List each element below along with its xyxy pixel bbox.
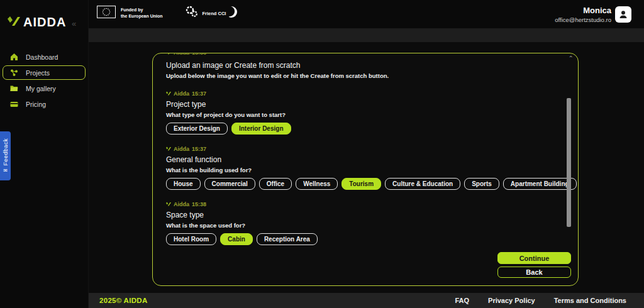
message-time: 15:36 — [192, 53, 206, 56]
sender-name: Aidda — [174, 146, 189, 152]
chat-scroll-area[interactable]: Aidda 15:36 Upload an image or Create fr… — [153, 53, 578, 285]
back-button[interactable]: Back — [497, 267, 571, 278]
eu-funding-logo: Funded by the European Union — [97, 6, 163, 21]
message-question: What is the space used for? — [166, 222, 553, 229]
aidda-mini-icon — [166, 53, 171, 56]
message-time: 15:38 — [192, 201, 206, 207]
brand-name: AIDDA — [23, 15, 66, 30]
aidda-mini-icon — [166, 91, 171, 97]
sidebar-collapse-icon[interactable]: « — [72, 19, 76, 28]
gears-icon — [184, 4, 199, 22]
chat-message-header: Aidda 15:38 — [166, 201, 553, 207]
option-chip-row: HouseCommercialOfficeWellnessTourismCult… — [166, 178, 553, 190]
scroll-up-icon[interactable]: ⌃ — [569, 55, 574, 62]
partner-logos: Funded by the European Union Friend CCI — [97, 4, 238, 22]
option-chip[interactable]: Cabin — [220, 233, 253, 245]
envelope-icon: ✉ — [3, 168, 8, 173]
crescent-icon — [229, 4, 238, 22]
option-chip[interactable]: Interior Design — [231, 123, 291, 135]
chat-message-header: Aidda 15:37 — [166, 146, 553, 152]
top-header: Funded by the European Union Friend CCI — [89, 0, 644, 28]
sidebar-item-my-gallery[interactable]: My gallery — [3, 81, 86, 96]
aidda-logo-icon — [8, 16, 20, 29]
brand-logo[interactable]: AIDDA — [8, 15, 66, 30]
home-icon — [9, 53, 18, 62]
sidebar-item-label: My gallery — [26, 85, 56, 92]
app-root: AIDDA « Dashboard — [0, 0, 644, 308]
folder-icon — [9, 84, 18, 93]
friend-cci-label: Friend CCI — [203, 11, 226, 16]
sender-name: Aidda — [174, 53, 189, 56]
user-info[interactable]: Monica office@hertzstudio.ro — [555, 6, 611, 23]
continue-button[interactable]: Continue — [497, 252, 571, 264]
message-question: What is the building used for? — [166, 167, 553, 173]
option-chip[interactable]: Culture & Education — [385, 178, 460, 190]
footer-link[interactable]: FAQ — [455, 297, 469, 304]
aidda-mini-icon — [166, 201, 171, 207]
chat-message-general-function: Aidda 15:37 General function What is the… — [166, 146, 553, 190]
user-avatar[interactable] — [615, 6, 631, 23]
sender-name: Aidda — [174, 91, 189, 97]
aidda-mini-icon — [166, 146, 171, 152]
option-chip[interactable]: Exterior Design — [166, 123, 228, 135]
chat-message-project-type: Aidda 15:37 Project type What type of pr… — [166, 91, 553, 135]
chat-message-header-clipped: Aidda 15:36 — [166, 53, 553, 56]
chat-message-header: Aidda 15:37 — [166, 91, 553, 97]
nodes-icon — [9, 69, 18, 77]
user-email: office@hertzstudio.ro — [555, 16, 611, 23]
message-title: Project type — [166, 100, 553, 109]
sidebar: AIDDA « Dashboard — [0, 0, 89, 308]
option-chip[interactable]: Tourism — [341, 178, 381, 190]
sidebar-item-projects[interactable]: Projects — [3, 65, 86, 80]
footer-link[interactable]: Terms and Conditions — [554, 297, 626, 304]
option-chip[interactable]: House — [166, 178, 201, 190]
sender-name: Aidda — [174, 201, 189, 207]
sidebar-item-pricing[interactable]: Pricing — [3, 97, 86, 111]
option-chip[interactable]: Wellness — [296, 178, 338, 190]
footer: 2025© AIDDA FAQPrivacy PolicyTerms and C… — [89, 293, 644, 308]
main-content: Aidda 15:36 Upload an image or Create fr… — [89, 42, 644, 293]
chat-panel: Aidda 15:36 Upload an image or Create fr… — [152, 53, 579, 286]
option-chip[interactable]: Reception Area — [257, 233, 318, 245]
message-title: General function — [166, 155, 553, 164]
sidebar-item-label: Dashboard — [26, 53, 58, 61]
sidebar-item-label: Pricing — [26, 101, 46, 108]
sidebar-nav: Dashboard Projects — [3, 50, 86, 113]
message-question: What type of project do you want to star… — [166, 111, 553, 118]
message-subtitle: Upload below the image you want to edit … — [166, 72, 553, 79]
option-chip-row: Exterior DesignInterior Design — [166, 123, 553, 135]
footer-link[interactable]: Privacy Policy — [488, 297, 535, 304]
eu-funding-text: Funded by the European Union — [121, 7, 163, 19]
feedback-tab[interactable]: Feedback ✉ — [0, 131, 11, 180]
copyright-text: 2025© AIDDA — [99, 297, 148, 304]
sidebar-item-dashboard[interactable]: Dashboard — [3, 50, 86, 64]
eu-flag-icon — [97, 6, 116, 21]
message-title: Space type — [166, 211, 553, 219]
option-chip[interactable]: Commercial — [204, 178, 255, 190]
option-chip[interactable]: Apartment Building — [503, 178, 577, 190]
friend-cci-logo: Friend CCI — [184, 4, 238, 22]
message-time: 15:37 — [192, 146, 206, 152]
option-chip-row: Hotel RoomCabinReception Area — [166, 233, 553, 245]
option-chip[interactable]: Hotel Room — [166, 233, 216, 245]
toolbar-strip — [89, 28, 644, 42]
user-name: Monica — [555, 6, 611, 15]
feedback-label: Feedback — [3, 138, 9, 166]
option-chip[interactable]: Sports — [464, 178, 499, 190]
panel-scrollbar-thumb[interactable] — [567, 98, 571, 227]
card-icon — [9, 100, 18, 109]
message-title: Upload an image or Create from scratch — [166, 61, 553, 70]
chat-message-upload: Upload an image or Create from scratch U… — [166, 61, 553, 79]
person-icon — [618, 9, 628, 19]
message-time: 15:37 — [192, 91, 206, 97]
option-chip[interactable]: Office — [259, 178, 292, 190]
sidebar-item-label: Projects — [26, 69, 50, 77]
footer-links: FAQPrivacy PolicyTerms and Conditions — [455, 297, 626, 304]
chat-message-space-type: Aidda 15:38 Space type What is the space… — [166, 201, 553, 245]
